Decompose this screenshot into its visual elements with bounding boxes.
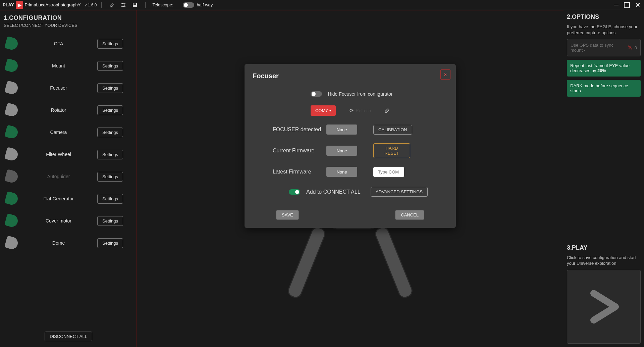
device-settings-button[interactable]: Settings bbox=[97, 216, 123, 226]
topbar: PLAY ▶ PrimaLuceAstrophotographY v 1.6.0… bbox=[0, 0, 644, 10]
telescope-icon[interactable] bbox=[109, 2, 115, 8]
device-icon bbox=[4, 236, 19, 250]
repeat-frame-pct: 20% bbox=[597, 68, 606, 73]
configuration-subtitle: SELECT/CONNECT YOUR DEVICES bbox=[4, 23, 133, 28]
device-icon bbox=[4, 213, 19, 228]
device-name: Cover motor bbox=[20, 218, 97, 224]
latest-firmware-label: Latest Firmware bbox=[273, 169, 326, 175]
focuser-detected-value: None bbox=[326, 125, 357, 135]
com-port-dropdown[interactable]: COM7 bbox=[311, 105, 336, 116]
satellite-icon: 🛰 bbox=[628, 45, 633, 50]
device-icon bbox=[4, 147, 19, 162]
cancel-button[interactable]: CANCEL bbox=[395, 210, 424, 220]
dialog-title: Focuser bbox=[253, 72, 448, 80]
device-row-filter-wheel: Filter WheelSettings bbox=[4, 143, 133, 165]
focuser-detected-label: FOCUSER detected bbox=[273, 127, 326, 133]
play-icon bbox=[584, 287, 624, 327]
play-label: PLAY bbox=[3, 2, 14, 7]
dark-mode-button[interactable]: DARK mode before sequence starts bbox=[567, 80, 641, 97]
device-settings-button[interactable]: Settings bbox=[97, 61, 123, 71]
device-name: Filter Wheel bbox=[20, 152, 97, 157]
device-row-ota: OTASettings bbox=[4, 33, 133, 55]
hide-focuser-toggle[interactable] bbox=[311, 91, 322, 97]
device-settings-button[interactable]: Settings bbox=[97, 128, 123, 137]
play-subtitle: Click to save configuration and start yo… bbox=[567, 255, 641, 266]
device-icon bbox=[4, 125, 19, 140]
device-name: OTA bbox=[20, 41, 97, 46]
device-name: Dome bbox=[20, 240, 97, 246]
device-row-cover-motor: Cover motorSettings bbox=[4, 210, 133, 232]
device-row-flat-generator: Flat GeneratorSettings bbox=[4, 188, 133, 210]
play-title: 3.PLAY bbox=[567, 244, 641, 251]
preview-canvas: Focuser X Hide Focuser from configurator… bbox=[137, 10, 564, 347]
device-name: Flat Generator bbox=[20, 196, 97, 201]
configuration-title: 1.CONFIGURATION bbox=[4, 14, 133, 21]
brand-label: PrimaLuceAstrophotographY bbox=[24, 2, 80, 7]
device-name: Rotator bbox=[20, 107, 97, 113]
svg-point-0 bbox=[122, 3, 123, 4]
device-settings-button[interactable]: Settings bbox=[97, 172, 123, 182]
device-icon bbox=[4, 81, 19, 95]
device-row-autoguider: AutoguiderSettings bbox=[4, 165, 133, 188]
device-settings-button[interactable]: Settings bbox=[97, 150, 123, 159]
current-firmware-value: None bbox=[326, 146, 357, 156]
play-button[interactable] bbox=[567, 270, 641, 344]
device-row-dome: DomeSettings bbox=[4, 232, 133, 254]
device-row-rotator: RotatorSettings bbox=[4, 99, 133, 121]
device-name: Autoguider bbox=[20, 174, 97, 179]
device-row-mount: MountSettings bbox=[4, 55, 133, 77]
connect-all-label: Add to CONNECT ALL bbox=[306, 189, 361, 195]
device-row-focuser: FocuserSettings bbox=[4, 77, 133, 99]
device-icon bbox=[4, 103, 19, 117]
options-subtitle: If you have the EAGLE, choose your prefe… bbox=[567, 24, 641, 36]
dialog-close-button[interactable]: X bbox=[440, 69, 450, 80]
device-settings-button[interactable]: Settings bbox=[97, 83, 123, 93]
device-icon bbox=[4, 191, 19, 206]
window-minimize-icon[interactable] bbox=[612, 1, 620, 9]
separator bbox=[145, 2, 146, 8]
telescope-label: Telescope: bbox=[152, 2, 173, 7]
telescope-toggle[interactable] bbox=[183, 2, 194, 8]
advanced-settings-button[interactable]: ADVANCED SETTINGS bbox=[371, 187, 428, 197]
modal-backdrop: Focuser X Hide Focuser from configurator… bbox=[137, 10, 564, 347]
connect-all-toggle[interactable] bbox=[289, 189, 300, 195]
hide-focuser-label: Hide Focuser from configurator bbox=[328, 91, 393, 97]
version-label: v 1.6.0 bbox=[85, 3, 97, 7]
app-logo-icon: ▶ bbox=[16, 1, 23, 9]
repeat-frame-button[interactable]: Repeat last frame if EYE value decreases… bbox=[567, 60, 641, 77]
device-settings-button[interactable]: Settings bbox=[97, 194, 123, 204]
separator bbox=[101, 2, 102, 8]
device-icon bbox=[4, 58, 19, 73]
svg-point-1 bbox=[124, 4, 125, 5]
sliders-icon[interactable] bbox=[120, 2, 126, 8]
focuser-dialog: Focuser X Hide Focuser from configurator… bbox=[245, 64, 456, 228]
gps-sync-label: Use GPS data to sync mount - bbox=[571, 43, 626, 53]
window-maximize-icon[interactable] bbox=[623, 1, 631, 9]
refresh-icon[interactable]: ⟳ bbox=[349, 108, 355, 113]
device-settings-button[interactable]: Settings bbox=[97, 39, 123, 49]
gps-sync-button[interactable]: Use GPS data to sync mount - 🛰 0 bbox=[567, 39, 641, 56]
type-com-input[interactable] bbox=[373, 167, 404, 177]
device-settings-button[interactable]: Settings bbox=[97, 105, 123, 115]
save-icon[interactable] bbox=[132, 2, 138, 8]
device-settings-button[interactable]: Settings bbox=[97, 238, 123, 248]
device-name: Camera bbox=[20, 130, 97, 135]
configuration-panel: 1.CONFIGURATION SELECT/CONNECT YOUR DEVI… bbox=[0, 10, 137, 347]
save-button[interactable]: SAVE bbox=[276, 210, 299, 220]
device-icon bbox=[4, 169, 19, 184]
gps-badge: 0 bbox=[635, 45, 637, 50]
calibration-button[interactable]: CALIBRATION bbox=[373, 125, 412, 135]
hard-reset-button[interactable]: HARD RESET bbox=[373, 143, 410, 158]
refresh-label[interactable]: Refresh bbox=[356, 108, 371, 113]
device-row-camera: CameraSettings bbox=[4, 121, 133, 143]
current-firmware-label: Current Firmware bbox=[273, 148, 326, 154]
device-name: Mount bbox=[20, 63, 97, 68]
options-panel: 2.OPTIONS If you have the EAGLE, choose … bbox=[564, 10, 644, 347]
device-name: Focuser bbox=[20, 85, 97, 91]
link-icon[interactable] bbox=[384, 108, 390, 113]
svg-point-2 bbox=[123, 6, 124, 7]
disconnect-all-button[interactable]: DISCONNECT ALL bbox=[45, 332, 92, 341]
window-close-icon[interactable] bbox=[634, 1, 641, 9]
device-list: OTASettingsMountSettingsFocuserSettingsR… bbox=[4, 33, 133, 328]
device-icon bbox=[4, 36, 19, 51]
